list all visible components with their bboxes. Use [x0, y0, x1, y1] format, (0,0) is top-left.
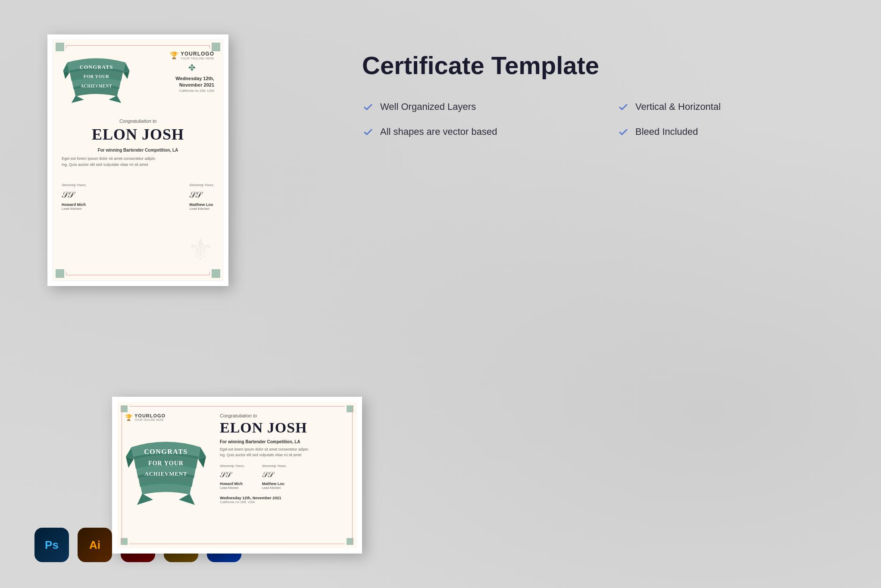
- cert-recipient-name-h: ELON JOSH: [220, 420, 349, 436]
- svg-text:FOR YOUR: FOR YOUR: [83, 74, 109, 79]
- cert-signature-2-v: Sincerely Yours, 𝒮𝒮 Matthew Lou Lead Kit…: [189, 183, 214, 211]
- cert-ribbon-h: CONGRATS FOR YOUR ACHIEVMENT: [125, 430, 211, 518]
- h-border-right: [352, 406, 353, 544]
- page-title: Certificate Template: [362, 52, 847, 79]
- cert-award-title-v: For winning Bartender Competition, LA: [62, 148, 214, 152]
- pink-border-bottom: [66, 272, 210, 275]
- svg-text:FOR YOUR: FOR YOUR: [148, 460, 184, 467]
- cert-inner-horizontal: 🏆 YOURLOGO YOUR TAGLINE HERE: [117, 402, 357, 548]
- checkmark-bleed-included: [617, 126, 629, 138]
- cert-date-v: Wednesday 12th,November 2021: [170, 75, 214, 89]
- cert-title-1-h: Lead Kitchen: [220, 486, 245, 490]
- cert-sig-1-h: 𝒮𝒮: [220, 469, 245, 480]
- checkmark-well-organized: [362, 101, 374, 113]
- cert-signer-title-1-v: Lead Kitchen: [62, 207, 87, 211]
- h-border-bottom: [129, 544, 345, 544]
- cert-inner-vertical: CONGRATS FOR YOUR ACHIEVMENT 🏆: [53, 40, 223, 281]
- cert-tagline-v: YOUR TAGLINE HERE: [181, 57, 214, 60]
- cert-signatures-v: Sincerely Yours, 𝒮𝒮 Howard Mich Lead Kit…: [62, 183, 214, 211]
- feature-vertical-horizontal: Vertical & Horizontal: [617, 101, 847, 113]
- certificate-vertical: CONGRATS FOR YOUR ACHIEVMENT 🏆: [47, 34, 228, 286]
- feature-label-vertical-horizontal: Vertical & Horizontal: [635, 101, 721, 112]
- checkmark-vertical-horizontal: [617, 101, 629, 113]
- congrats-ribbon: CONGRATS FOR YOUR ACHIEVMENT: [62, 49, 131, 105]
- svg-text:ACHIEVMENT: ACHIEVMENT: [81, 83, 112, 88]
- cert-sig-image-1-v: 𝒮𝒮: [62, 189, 87, 201]
- feature-label-bleed-included: Bleed Included: [635, 126, 698, 137]
- cert-date-h: Wednesday 12th, November 2021: [220, 496, 349, 500]
- cert-h-right-panel: Congratuliation to ELON JOSH For winning…: [220, 410, 349, 541]
- checkmark-vector-based: [362, 126, 374, 138]
- cert-signer-name-2-v: Matthew Lou: [189, 202, 214, 207]
- feature-bleed-included: Bleed Included: [617, 126, 847, 138]
- svg-text:CONGRATS: CONGRATS: [79, 64, 113, 70]
- cert-logo-text-v: YOURLOGO: [181, 51, 214, 57]
- cert-recipient-name-v: ELON JOSH: [62, 125, 214, 143]
- cert-description-v: Eget est lorem ipsum dolor sit amet cons…: [62, 156, 214, 168]
- cert-h-left-panel: 🏆 YOURLOGO YOUR TAGLINE HERE: [125, 410, 211, 541]
- feature-well-organized-layers: Well Organized Layers: [362, 101, 591, 113]
- cert-sig-2-h: 𝒮𝒮: [262, 469, 287, 480]
- watermark-v: ⚜: [187, 232, 214, 268]
- h-border-left: [122, 406, 122, 544]
- cert-award-title-h: For winning Bartender Competition, LA: [220, 439, 349, 444]
- pink-border-top: [66, 45, 210, 49]
- cert-congratulation-label-v: Congratuliation to: [62, 118, 214, 124]
- feature-label-vector-based: All shapes are vector based: [380, 126, 497, 137]
- cert-sig-block-1-h: Sincerely Yours, 𝒮𝒮 Howard Mich Lead Kit…: [220, 464, 245, 490]
- cert-sig-image-2-v: 𝒮𝒮: [189, 189, 214, 201]
- corner-decoration-tl: [56, 43, 64, 51]
- cert-sig-block-2-h: Sincerely Yours, 𝒮𝒮 Matthew Lou Lead Kit…: [262, 464, 287, 490]
- corner-decoration-bl: [56, 269, 64, 278]
- cert-signature-1-v: Sincerely Yours, 𝒮𝒮 Howard Mich Lead Kit…: [62, 183, 87, 211]
- cert-name-2-h: Matthew Lou: [262, 482, 287, 486]
- feature-label-well-organized: Well Organized Layers: [380, 101, 476, 112]
- cert-title-2-h: Lead Kitchen: [262, 486, 287, 490]
- cert-top-section: CONGRATS FOR YOUR ACHIEVMENT 🏆: [62, 49, 214, 105]
- cert-sincerely-h2: Sincerely Yours,: [262, 464, 287, 468]
- h-border-top: [129, 406, 345, 407]
- features-grid: Well Organized Layers Vertical & Horizon…: [362, 101, 847, 138]
- cert-location-h: California no.188, USA: [220, 500, 349, 504]
- cert-location-v: California no.188, USA: [170, 89, 214, 93]
- cert-tagline-h: YOUR TAGLINE HERE: [134, 418, 166, 421]
- feature-vector-based: All shapes are vector based: [362, 126, 591, 138]
- cert-sincerely-h1: Sincerely Yours,: [220, 464, 245, 468]
- left-side: CONGRATS FOR YOUR ACHIEVMENT 🏆: [34, 26, 310, 562]
- right-side: Certificate Template Well Organized Laye…: [345, 26, 847, 562]
- svg-text:CONGRATS: CONGRATS: [144, 448, 188, 455]
- cert-signer-name-1-v: Howard Mich: [62, 202, 87, 207]
- cert-logo-text-h: YOURLOGO: [134, 413, 166, 418]
- cert-body-vertical: Congratuliation to ELON JOSH For winning…: [62, 114, 214, 179]
- corner-decoration-tr: [212, 43, 220, 51]
- cert-description-h: Eget est lorem ipsum dolor sit amet cons…: [220, 447, 349, 458]
- cert-sincerely-1-v: Sincerely Yours,: [62, 183, 87, 187]
- svg-text:ACHIEVMENT: ACHIEVMENT: [144, 470, 187, 477]
- cert-sincerely-2-v: Sincerely Yours,: [189, 183, 214, 187]
- cert-signatures-h: Sincerely Yours, 𝒮𝒮 Howard Mich Lead Kit…: [220, 464, 349, 490]
- main-layout: CONGRATS FOR YOUR ACHIEVMENT 🏆: [0, 0, 881, 588]
- cert-congratulation-label-h: Congratuliation to: [220, 413, 349, 418]
- certificate-horizontal: 🏆 YOURLOGO YOUR TAGLINE HERE: [112, 397, 362, 554]
- corner-decoration-br: [212, 269, 220, 278]
- cert-signer-title-2-v: Lead Kitchen: [189, 207, 214, 211]
- cert-name-1-h: Howard Mich: [220, 482, 245, 486]
